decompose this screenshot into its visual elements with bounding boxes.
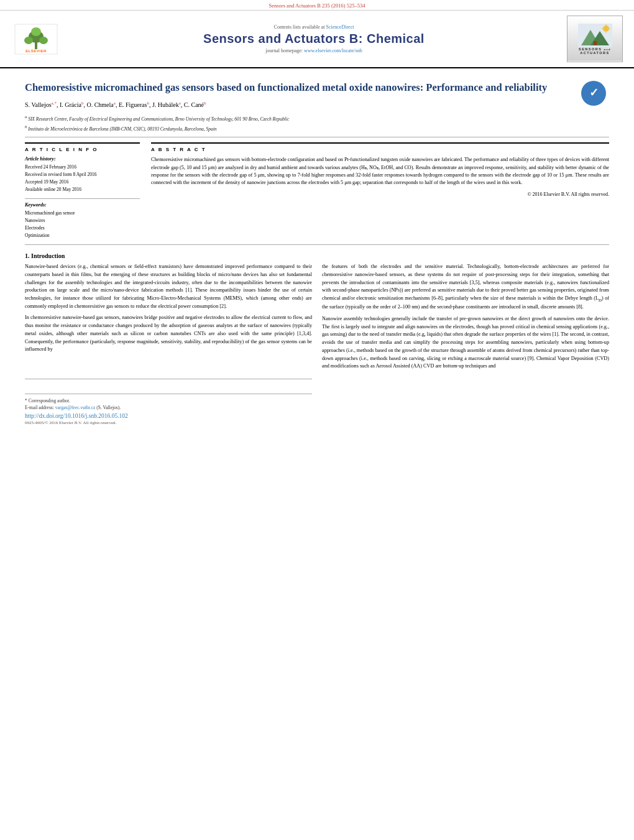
body-two-col: Nanowire-based devices (e.g., chemical s… [25, 263, 609, 425]
section-1-title: 1. Introduction [25, 252, 609, 259]
article-info-block: A R T I C L E I N F O Article history: R… [25, 142, 140, 239]
email-line: E-mail address: vargas@feec.vutbr.cz (S.… [25, 405, 312, 410]
homepage-link[interactable]: www.elsevier.com/locate/snb [304, 48, 362, 53]
authors-line: S. Vallejosa,*, I. Gráciab, O. Chmelaa, … [25, 100, 609, 109]
paper-title-area: Chemoresistive micromachined gas sensors… [25, 81, 609, 94]
body-col-right: the features of both the electrodes and … [322, 263, 609, 425]
body-col-left: Nanowire-based devices (e.g., chemical s… [25, 263, 312, 425]
elsevier-logo-area: ELSEVIER [11, 23, 61, 55]
footer-section: * Corresponding author. E-mail address: … [25, 394, 312, 410]
paper-title-text: Chemoresistive micromachined gas sensors… [25, 81, 547, 93]
affiliations: a SIX Research Centre, Faculty of Electr… [25, 114, 609, 132]
crossmark-badge: ✓ [581, 81, 609, 109]
citation-text: Sensors and Actuators B 235 (2016) 525–5… [269, 2, 365, 9]
footnote-area: * Corresponding author. E-mail address: … [25, 379, 312, 425]
article-content: Chemoresistive micromachined gas sensors… [0, 68, 634, 432]
intro-para-1: Nanowire-based devices (e.g., chemical s… [25, 263, 312, 310]
keywords-label: Keywords: [25, 202, 140, 208]
available-text: Available online 20 May 2016 [25, 186, 140, 193]
header-center: Contents lists available at ScienceDirec… [61, 24, 567, 53]
keyword-2: Nanowires [25, 217, 140, 224]
doi-link[interactable]: http://dx.doi.org/10.1016/j.snb.2016.05.… [25, 413, 312, 419]
issn-text: 0925-4005/© 2016 Elsevier B.V. All right… [25, 420, 312, 425]
svg-point-4 [39, 37, 48, 44]
sensors-logo-inner: SENSORS and ACTUATORS [567, 17, 622, 61]
intro-para-4: Nanowire assembly technologies generally… [322, 315, 609, 371]
copyright-text: © 2016 Elsevier B.V. All rights reserved… [151, 192, 609, 197]
svg-point-5 [31, 27, 41, 36]
actuators-brand-text: ACTUATORS [580, 51, 610, 55]
divider-1 [25, 137, 609, 137]
corresponding-label: * Corresponding author. [25, 398, 312, 404]
abstract-col: A B S T R A C T Chemoresistive micromach… [151, 142, 609, 239]
sciencedirect-link[interactable]: ScienceDirect [326, 24, 354, 30]
abstract-block: A B S T R A C T Chemoresistive micromach… [151, 142, 609, 197]
article-info-heading: A R T I C L E I N F O [25, 147, 140, 152]
contents-label: Contents lists available at ScienceDirec… [70, 24, 558, 30]
introduction-section: 1. Introduction Nanowire-based devices (… [25, 252, 609, 425]
revised-text: Received in revised form 8 April 2016 [25, 171, 140, 178]
citation-bar: Sensors and Actuators B 235 (2016) 525–5… [0, 0, 634, 10]
intro-para-3: the features of both the electrodes and … [322, 263, 609, 312]
keyword-4: Optimization [25, 232, 140, 239]
svg-rect-10 [594, 41, 597, 45]
journal-homepage: journal homepage: www.elsevier.com/locat… [70, 48, 558, 53]
accepted-text: Accepted 19 May 2016 [25, 178, 140, 186]
email-link[interactable]: vargas@feec.vutbr.cz [55, 405, 97, 410]
journal-title: Sensors and Actuators B: Chemical [70, 32, 558, 46]
info-abstract-section: A R T I C L E I N F O Article history: R… [25, 142, 609, 239]
elsevier-logo-svg: ELSEVIER [14, 23, 58, 55]
keywords-block: Keywords: Micromachined gas sensor Nanow… [25, 198, 140, 239]
svg-point-11 [603, 25, 609, 32]
affiliation-a: a SIX Research Centre, Faculty of Electr… [25, 114, 609, 122]
affiliation-b: b Instituto de Microelectrónica de Barce… [25, 124, 609, 132]
divider-2 [25, 244, 609, 245]
abstract-text: Chemoresistive micromachined gas sensors… [151, 156, 609, 187]
crossmark-icon: ✓ [581, 81, 606, 106]
journal-header: ELSEVIER Contents lists available at Sci… [0, 10, 634, 68]
svg-text:ELSEVIER: ELSEVIER [25, 49, 47, 53]
history-label: Article history: [25, 156, 140, 162]
keyword-3: Electrodes [25, 224, 140, 232]
sensors-logo-tree-svg [578, 24, 612, 47]
abstract-heading: A B S T R A C T [151, 147, 609, 152]
sensors-actuators-logo: SENSORS and ACTUATORS [567, 16, 623, 62]
svg-point-3 [24, 37, 33, 44]
article-info-col: A R T I C L E I N F O Article history: R… [25, 142, 140, 239]
received-text: Received 24 February 2016 [25, 164, 140, 171]
intro-para-2: In chemoresistive nanowire-based gas sen… [25, 314, 312, 354]
keyword-1: Micromachined gas sensor [25, 210, 140, 217]
